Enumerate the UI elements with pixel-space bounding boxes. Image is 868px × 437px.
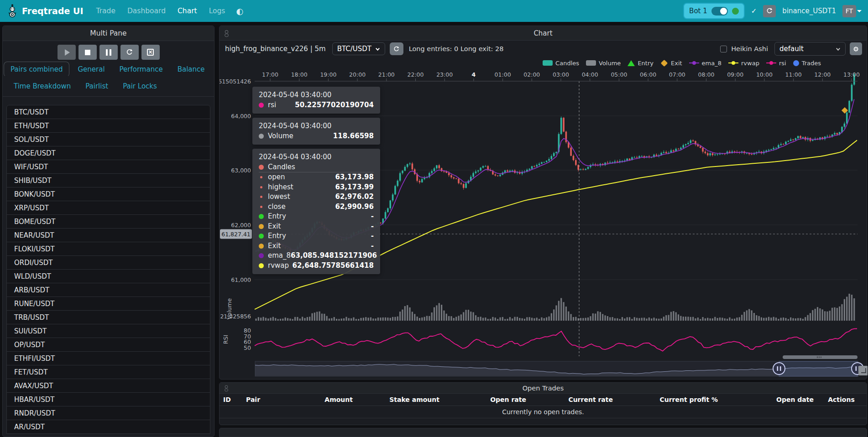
nav-link-dashboard[interactable]: Dashboard xyxy=(127,7,166,15)
open-trades-empty: Currently no open trades. xyxy=(220,406,867,418)
pause-icon xyxy=(106,49,111,56)
pair-row-xrp[interactable]: XRP/USDT xyxy=(6,201,210,215)
legend-item-volume[interactable]: Volume xyxy=(586,60,621,67)
legend-item-ema_8[interactable]: ema_8 xyxy=(689,60,722,67)
pair-row-doge[interactable]: DOGE/USDT xyxy=(6,146,210,160)
tooltip-row-close: close62,990.96 xyxy=(259,202,374,212)
rsi-dot-icon xyxy=(259,103,264,108)
pair-row-ordi[interactable]: ORDI/USDT xyxy=(6,255,210,270)
tab-general[interactable]: General xyxy=(71,62,111,77)
tooltip-row-ema_8: ema_863,085.948152171906 xyxy=(259,251,374,261)
nav-link-trade[interactable]: Trade xyxy=(96,7,115,15)
Exit-dot-icon xyxy=(259,224,264,229)
legend-item-rsi[interactable]: rsi xyxy=(766,60,786,67)
bot-selector[interactable]: Bot 1 xyxy=(683,3,745,19)
bot-name: binance_USDT1 xyxy=(782,7,836,15)
chart-refresh-button[interactable] xyxy=(390,42,403,55)
y-axis-label: 63,000 xyxy=(231,167,251,174)
plot-settings-button[interactable] xyxy=(850,42,862,55)
pair-row-rune[interactable]: RUNE/USDT xyxy=(6,297,210,311)
pause-button[interactable] xyxy=(99,45,118,60)
legend-item-entry[interactable]: Entry xyxy=(627,60,654,67)
user-menu[interactable]: FT xyxy=(842,5,862,17)
x-axis-label: 13:00 xyxy=(843,71,860,78)
x-axis-label: 22:00 xyxy=(407,71,424,78)
y-axis-label: 62,000 xyxy=(231,222,251,229)
tab-balance[interactable]: Balance xyxy=(171,62,211,77)
closed-trades-panel-edge xyxy=(219,428,867,437)
x-axis-label: 10:00 xyxy=(756,71,773,78)
y-axis-label: 64,000 xyxy=(231,113,251,120)
ema_8-line-icon xyxy=(689,62,699,63)
plot-config-select[interactable]: default xyxy=(774,42,846,56)
chevron-down-icon xyxy=(836,47,841,52)
reload-bot-button[interactable] xyxy=(763,5,776,17)
nav-link-chart[interactable]: Chart xyxy=(178,7,197,15)
chart-toolbar-right: Heikin Ashi default xyxy=(720,42,862,56)
pair-row-sol[interactable]: SOL/USDT xyxy=(6,132,210,146)
pair-row-rndr[interactable]: RNDR/USDT xyxy=(6,406,210,420)
pair-row-arb[interactable]: ARB/USDT xyxy=(6,283,210,297)
column-pair: Pair xyxy=(242,396,283,403)
tab-pair-locks[interactable]: Pair Locks xyxy=(116,79,163,94)
highest-dot-icon xyxy=(260,186,262,188)
rvwap-dot-icon xyxy=(259,263,264,268)
chart-legend: CandlesVolumeEntryExitema_8rvwaprsiTrade… xyxy=(220,57,867,69)
tooltip-date: 2024-05-04 03:40:00 xyxy=(259,90,374,100)
pair-row-fet[interactable]: FET/USDT xyxy=(6,365,210,379)
legend-item-exit[interactable]: Exit xyxy=(660,60,682,67)
clear-chart-button[interactable]: × xyxy=(141,45,160,60)
pair-row-btc[interactable]: BTC/USDT xyxy=(6,105,210,119)
pair-row-wld[interactable]: WLD/USDT xyxy=(6,269,210,283)
pair-row-floki[interactable]: FLOKI/USDT xyxy=(6,242,210,256)
pair-row-trb[interactable]: TRB/USDT xyxy=(6,310,210,324)
column-current-profit-pct: Current profit % xyxy=(617,396,722,403)
legend-item-trades[interactable]: Trades xyxy=(793,60,821,67)
tooltip-row-Volume: Volume118.66598 xyxy=(259,131,374,141)
pair-row-sui[interactable]: SUI/USDT xyxy=(6,324,210,338)
Exit-dot-icon xyxy=(259,244,264,249)
pair-row-ethfi[interactable]: ETHFI/USDT xyxy=(6,351,210,365)
tooltip-value: - xyxy=(371,212,374,222)
pair-row-wif[interactable]: WIF/USDT xyxy=(6,160,210,174)
Entry-dot-icon xyxy=(259,234,264,239)
refresh-icon xyxy=(125,48,133,56)
tab-performance[interactable]: Performance xyxy=(113,62,169,77)
tooltip-date: 2024-05-04 03:40:00 xyxy=(259,152,374,162)
pair-row-hbar[interactable]: HBAR/USDT xyxy=(6,392,210,406)
x-axis-label: 03:00 xyxy=(553,71,569,78)
stop-button[interactable] xyxy=(78,45,97,60)
play-button[interactable] xyxy=(58,45,76,60)
pair-row-bonk[interactable]: BONK/USDT xyxy=(6,187,210,201)
legend-label: Volume xyxy=(599,60,621,67)
tooltip-value: 63,085.948152171906 xyxy=(291,251,377,261)
x-axis-label: 11:00 xyxy=(785,71,802,78)
heikin-ashi-checkbox[interactable] xyxy=(720,46,727,52)
top-navbar: Freqtrade UI TradeDashboardChartLogs ◐ B… xyxy=(0,0,868,22)
legend-item-rvwap[interactable]: rvwap xyxy=(728,60,759,67)
pair-row-ar[interactable]: AR/USDT xyxy=(6,420,210,434)
pair-row-near[interactable]: NEAR/USDT xyxy=(6,228,210,242)
theme-toggle-icon[interactable]: ◐ xyxy=(236,6,243,16)
tooltip-label: Entry xyxy=(268,212,286,222)
legend-label: Entry xyxy=(638,60,654,67)
robot-icon xyxy=(224,385,229,391)
pair-row-bome[interactable]: BOME/USDT xyxy=(6,214,210,229)
nav-link-logs[interactable]: Logs xyxy=(209,7,225,15)
tab-time-breakdown[interactable]: Time Breakdown xyxy=(7,79,77,94)
pair-select[interactable]: BTC/USDT xyxy=(332,42,385,55)
tab-pairlist[interactable]: Pairlist xyxy=(79,79,115,94)
pair-row-shib[interactable]: SHIB/USDT xyxy=(6,173,210,187)
pane-label-volume: Volume xyxy=(226,298,233,319)
pair-row-eth[interactable]: ETH/USDT xyxy=(6,119,210,133)
rsi-line xyxy=(255,329,857,351)
stop-icon xyxy=(85,50,90,55)
refresh-button[interactable] xyxy=(120,45,139,60)
tab-pairs-combined[interactable]: Pairs combined xyxy=(4,62,69,77)
pair-row-op[interactable]: OP/USDT xyxy=(6,338,210,352)
tooltip-label: Exit xyxy=(268,222,281,232)
tooltip-label: open xyxy=(268,172,285,182)
legend-item-candles[interactable]: Candles xyxy=(543,60,579,67)
bot-toggle[interactable] xyxy=(711,7,728,16)
pair-row-avax[interactable]: AVAX/USDT xyxy=(6,379,210,393)
